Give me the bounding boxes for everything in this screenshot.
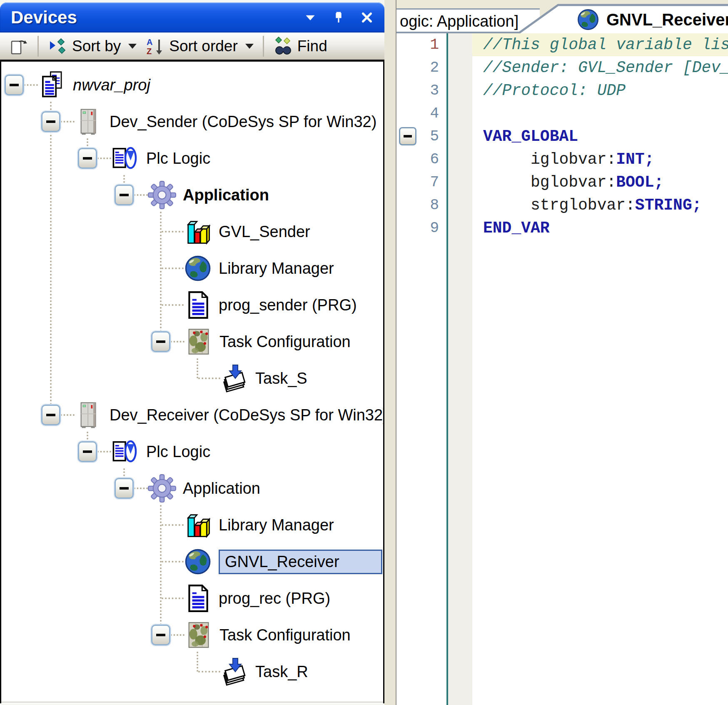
tree-connector-stub (162, 304, 184, 306)
tree-item-nwvar-proj[interactable]: nwvar_proj (1, 67, 383, 103)
prg-doc-icon (184, 584, 212, 613)
tree-connector-line (50, 102, 52, 415)
code-segment-keyword: ; (645, 150, 654, 168)
code-editor[interactable]: 123456789 //This global variable list//S… (396, 33, 728, 705)
tree-connector-stub (24, 84, 38, 86)
code-segment-comment: //This global variable list (483, 36, 728, 54)
device-tree: nwvar_projDev_Sender (CoDeSys SP for Win… (0, 62, 384, 703)
plc-logic-icon (111, 144, 140, 173)
expand-collapse-box[interactable] (41, 111, 60, 132)
tree-item-label: Library Manager (219, 260, 334, 278)
panel-title: Devices (11, 2, 77, 32)
sort-order-icon: AZ (145, 36, 165, 56)
line-number: 4 (396, 102, 441, 125)
expand-collapse-box[interactable] (115, 185, 134, 205)
close-icon[interactable] (360, 11, 374, 24)
tree-item-label: Task Configuration (219, 626, 351, 644)
sort-by-label: Sort by (72, 38, 121, 55)
tree-item-plc-logic[interactable]: Plc Logic (1, 140, 383, 177)
line-number: 8 (396, 194, 441, 217)
code-line[interactable]: END_VAR (472, 217, 728, 240)
globe-icon (576, 8, 600, 31)
expand-collapse-box[interactable] (5, 75, 24, 95)
tree-item-label: Task Configuration (219, 333, 351, 351)
devices-titlebar[interactable]: Devices (0, 2, 384, 32)
tree-item-dev-receiver-codesys-sp-for-win32[interactable]: Dev_Receiver (CoDeSys SP for Win32) (1, 397, 383, 433)
tree-item-library-manager[interactable]: Library Manager (1, 250, 383, 287)
tree-item-library-manager[interactable]: Library Manager (1, 507, 383, 543)
tree-item-task-configuration[interactable]: Task Configuration (1, 323, 383, 360)
tree-item-prog-rec-prg[interactable]: prog_rec (PRG) (1, 580, 383, 617)
tree-connector-line (197, 652, 198, 672)
globe-icon (184, 547, 212, 576)
code-line[interactable]: VAR_GLOBAL (472, 125, 728, 148)
expand-collapse-box[interactable] (78, 441, 97, 462)
tree-item-label: Application (183, 186, 269, 204)
panel-splitter[interactable] (384, 0, 396, 705)
expand-collapse-box[interactable] (78, 148, 97, 169)
code-line[interactable]: //This global variable list (472, 33, 728, 56)
expand-collapse-box[interactable] (151, 331, 170, 352)
tree-connector-stub (162, 524, 184, 526)
find-label: Find (297, 38, 327, 55)
tree-connector-stub (162, 598, 184, 599)
code-line[interactable]: iglobvar:INT; (472, 148, 728, 171)
code-line[interactable] (472, 102, 728, 125)
tree-item-application[interactable]: Application (1, 177, 383, 213)
line-number: 2 (396, 56, 441, 79)
tree-item-task-s[interactable]: Task_S (1, 360, 383, 397)
sort-order-label: Sort order (169, 38, 238, 55)
devices-toolbar: Sort by AZ Sort order Find (0, 32, 384, 62)
prg-doc-icon (184, 290, 212, 320)
tree-connector-stub (97, 451, 111, 452)
code-segment-keyword: ; (692, 196, 702, 214)
task-config-icon (184, 620, 213, 650)
sort-by-button[interactable]: Sort by (44, 35, 141, 57)
device-icon (75, 107, 103, 136)
chevron-down-icon[interactable] (304, 11, 317, 24)
tree-connector-line (197, 358, 198, 378)
tree-connector-line (160, 212, 162, 342)
sort-by-icon (48, 36, 68, 56)
tab-gnvl-receiver[interactable]: GNVL_Receiver [De (517, 3, 728, 33)
application-icon (148, 180, 176, 210)
code-line[interactable]: bglobvar:BOOL; (472, 171, 728, 194)
refresh-document-button[interactable] (4, 35, 32, 57)
find-icon (273, 36, 293, 56)
code-line[interactable]: //Sender: GVL_Sender [Dev_S (472, 56, 728, 79)
tree-item-label: Dev_Receiver (CoDeSys SP for Win32) (110, 406, 384, 424)
dropdown-caret-icon (128, 44, 137, 49)
toolbar-separator (263, 36, 264, 57)
sort-order-button[interactable]: AZ Sort order (141, 35, 258, 57)
tree-item-plc-logic[interactable]: Plc Logic (1, 433, 383, 470)
find-button[interactable]: Find (269, 35, 332, 57)
tree-item-application[interactable]: Application (1, 470, 383, 507)
tree-connector-stub (162, 268, 184, 269)
codesys-window: Devices Sort by AZ Sort order (0, 0, 728, 705)
line-number: 5 (396, 125, 441, 148)
code-segment-plain: iglobvar: (483, 150, 616, 168)
tree-item-label: Application (183, 480, 260, 498)
tree-item-prog-sender-prg[interactable]: prog_sender (PRG) (1, 287, 383, 323)
tree-connector-stub (134, 194, 148, 196)
tree-item-gvl-sender[interactable]: GVL_Sender (1, 213, 383, 250)
tree-item-gnvl-receiver[interactable]: GNVL_Receiver (1, 543, 383, 580)
tab-label: ogic: Application] (400, 12, 519, 30)
tree-item-label: GVL_Sender (219, 223, 310, 241)
code-line[interactable]: strglobvar:STRING; (472, 194, 728, 217)
tree-item-label: Plc Logic (146, 150, 210, 168)
line-number: 3 (396, 79, 441, 102)
code-segment-comment: //Protocol: UDP (483, 82, 626, 100)
code-line[interactable]: //Protocol: UDP (472, 79, 728, 102)
tree-item-task-configuration[interactable]: Task Configuration (1, 617, 383, 653)
editor-tabbar: ogic: Application] GNVL_Receiver [De (396, 3, 728, 33)
tree-item-task-r[interactable]: Task_R (1, 653, 383, 690)
devices-panel: Devices Sort by AZ Sort order (0, 2, 384, 705)
expand-collapse-box[interactable] (41, 405, 60, 425)
expand-collapse-box[interactable] (115, 478, 134, 499)
tree-item-dev-sender-codesys-sp-for-win32[interactable]: Dev_Sender (CoDeSys SP for Win32) (1, 103, 383, 140)
code-segment-keyword: BOOL (616, 173, 654, 191)
expand-collapse-box[interactable] (151, 625, 170, 645)
pin-icon[interactable] (332, 11, 345, 24)
editor-panel: ogic: Application] GNVL_Receiver [De 123… (396, 0, 728, 705)
